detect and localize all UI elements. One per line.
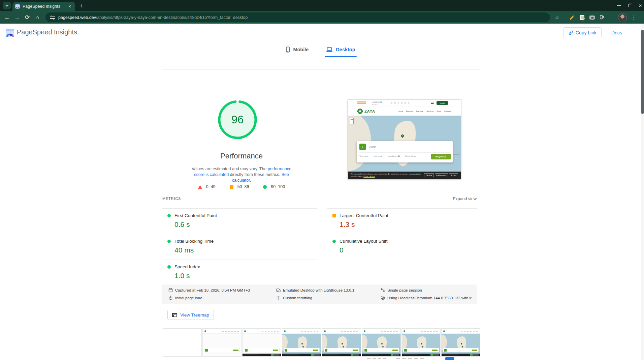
filmstrip-frame	[282, 328, 321, 357]
average-square-icon	[230, 185, 233, 189]
metric-value: 1.3 s	[340, 220, 477, 229]
preview-privacy-link: Privacy Policy	[363, 175, 375, 177]
home-icon[interactable]: ⌂	[32, 11, 42, 24]
chevron-down-icon	[5, 3, 8, 7]
link-icon	[568, 30, 573, 35]
good-circle-icon	[167, 265, 171, 269]
filmstrip-frame	[362, 328, 401, 357]
site-settings-icon[interactable]	[50, 16, 55, 19]
legend-average: 50–89	[230, 184, 249, 189]
session-type: Single page session	[381, 288, 422, 292]
notes-extension-icon[interactable]	[577, 11, 587, 24]
profile-avatar[interactable]	[617, 11, 628, 24]
score-disclaimer: Values are estimated and may vary. The p…	[186, 166, 297, 183]
performance-category-label: Performance	[162, 152, 321, 160]
preview-nav-links: Home About us Discover Services Blogs Co…	[398, 110, 451, 112]
preview-social-icons	[391, 102, 410, 103]
cutoff-blue-element	[445, 357, 454, 360]
restore-icon[interactable]	[628, 4, 631, 7]
initial-page-load: Initial page load	[168, 296, 202, 300]
calendar-icon	[168, 288, 173, 292]
preview-form-fields: Your name Your email mm/dd/yyyy Event Ve…	[359, 155, 416, 157]
tab-search-button[interactable]	[3, 2, 11, 9]
metric-value: 1.0 s	[174, 272, 317, 280]
good-circle-icon	[263, 185, 267, 189]
preview-navbar: ZAYA Home About us Discover Services Blo…	[348, 107, 461, 116]
legend-poor: 0–49	[198, 184, 216, 189]
good-circle-icon	[167, 214, 171, 217]
preview-language-flag-icon	[431, 102, 434, 104]
pencil-extension-icon[interactable]	[567, 11, 577, 24]
copy-link-button[interactable]: Copy Link	[563, 27, 602, 38]
filmstrip-frame	[322, 328, 361, 357]
bookmark-star-icon[interactable]	[552, 11, 562, 24]
back-icon[interactable]: ←	[2, 11, 12, 24]
view-treemap-button[interactable]: View Treemap	[167, 310, 214, 320]
page-scrollbar[interactable]	[641, 24, 644, 360]
preview-decline-button: Decline	[424, 173, 433, 177]
preview-cookie-banner: We use cookies to enhance your experienc…	[348, 172, 461, 179]
user-flow-icon	[381, 288, 385, 292]
copy-link-label: Copy Link	[576, 30, 597, 35]
legend-good: 90–100	[263, 184, 285, 189]
metric-total-blocking-time: Total Blocking Time 40 ms	[162, 234, 317, 260]
extensions-puzzle-icon[interactable]	[597, 11, 607, 24]
close-window-icon[interactable]	[639, 4, 642, 8]
summary-divider	[321, 119, 321, 156]
preview-utility-bar: +261 34 68 033 71 Login	[348, 100, 461, 107]
address-bar[interactable]: pagespeed.web.dev/analysis/https-zaya-y-…	[45, 12, 550, 22]
toolbar-divider	[607, 11, 617, 24]
throttling: Custom throttling	[276, 296, 312, 300]
metrics-header-row: METRICS Expand view	[162, 197, 477, 201]
metric-largest-contentful-paint: Largest Contentful Paint 1.3 s	[327, 208, 477, 234]
new-tab-button[interactable]	[77, 2, 86, 10]
tab-mobile[interactable]: Mobile	[284, 44, 310, 57]
stopwatch-icon	[168, 296, 173, 300]
preview-map-zoom-controls: +−	[350, 118, 354, 124]
page-title: PageSpeed Insights	[17, 28, 77, 36]
metric-value: 40 ms	[174, 246, 317, 254]
tab-close-icon[interactable]: ✕	[67, 4, 72, 9]
forward-icon[interactable]: →	[12, 11, 22, 24]
wifi-icon	[276, 296, 281, 300]
docs-link[interactable]: Docs	[611, 30, 622, 35]
loading-filmstrip	[163, 328, 480, 357]
mobile-phone-icon	[286, 47, 290, 53]
browser-window: PageSpeed Insights ✕ ← → ⟳ ⌂ pagespeed.w…	[0, 0, 644, 360]
pagespeed-logo-icon	[5, 28, 14, 37]
browser-toolbar: ← → ⟳ ⌂ pagespeed.web.dev/analysis/https…	[0, 11, 644, 24]
devices-icon	[276, 288, 281, 292]
good-circle-icon	[332, 240, 336, 243]
chromium-version: Using HeadlessChromium 144.0.7559.132 wi…	[381, 296, 472, 300]
metric-value: 0	[340, 246, 477, 254]
tab-desktop-label: Desktop	[336, 47, 355, 52]
preview-partner-logo	[357, 101, 366, 102]
screenshot-extension-icon[interactable]	[587, 11, 597, 24]
browser-tab[interactable]: PageSpeed Insights ✕	[12, 2, 75, 11]
treemap-icon	[172, 313, 177, 317]
emulated-device: Emulated Desktop with Lighthouse 13.0.1	[276, 288, 354, 292]
tab-desktop[interactable]: Desktop	[325, 44, 356, 57]
minimize-icon[interactable]	[617, 5, 621, 6]
preview-search-icon	[359, 144, 366, 150]
good-circle-icon	[167, 240, 171, 243]
pagespeed-favicon-icon	[15, 4, 20, 9]
preview-login-button: Login	[437, 101, 448, 105]
metric-first-contentful-paint: First Contentful Paint 0.6 s	[162, 208, 317, 234]
captured-at: Captured at Feb 18, 2026, 8:54 PM GMT+3	[168, 288, 250, 292]
report-section: 96 Performance Values are estimated and …	[162, 69, 480, 359]
device-tabs: Mobile Desktop	[0, 44, 641, 57]
expand-view-link[interactable]: Expand view	[453, 197, 477, 201]
menu-kebab-icon[interactable]	[629, 11, 639, 24]
window-controls	[617, 0, 642, 11]
performance-gauge[interactable]: 96	[217, 99, 258, 140]
url-text: pagespeed.web.dev/analysis/https-zaya-y-…	[58, 15, 248, 20]
filmstrip-frame	[202, 328, 242, 357]
average-square-icon	[332, 214, 336, 217]
cutoff-text-fragment	[367, 358, 386, 359]
scrollbar-thumb[interactable]	[641, 30, 644, 114]
performance-score: 96	[217, 99, 258, 140]
metric-speed-index: Speed Index 1.0 s	[162, 260, 317, 285]
site-screenshot-preview[interactable]: +261 34 68 033 71 Login ZAYA Home About …	[348, 99, 461, 179]
reload-icon[interactable]: ⟳	[22, 11, 32, 24]
